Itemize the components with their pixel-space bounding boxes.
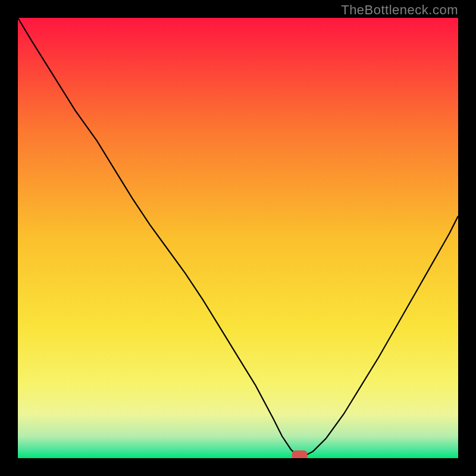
gradient-background bbox=[18, 18, 458, 458]
bottleneck-chart bbox=[18, 18, 458, 458]
chart-container: TheBottleneck.com bbox=[0, 0, 476, 476]
plot-area bbox=[18, 18, 458, 458]
optimal-marker bbox=[292, 450, 308, 458]
watermark-text: TheBottleneck.com bbox=[341, 2, 458, 18]
